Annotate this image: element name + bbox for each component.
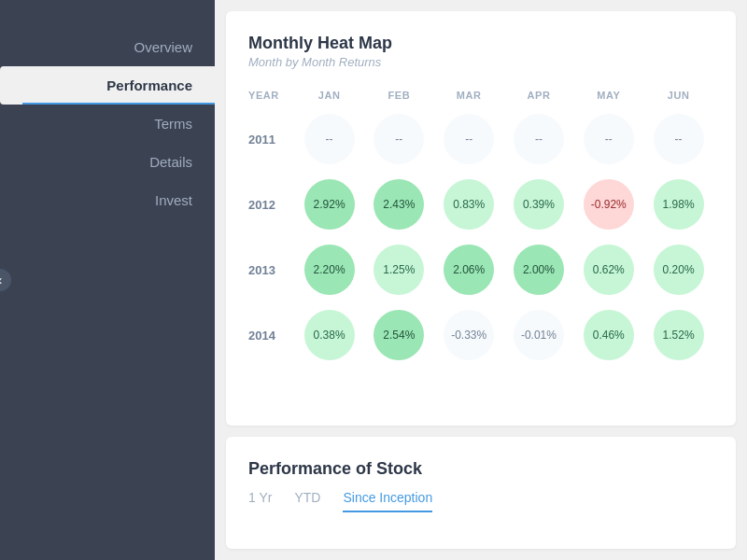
table-cell: 2.43% — [364, 172, 434, 237]
table-cell: -0.01% — [504, 302, 574, 368]
table-cell: -- — [364, 106, 434, 172]
heatmap-cell: 0.20% — [654, 245, 704, 295]
main-content: Monthly Heat Map Month by Month Returns … — [215, 0, 747, 560]
heatmap-cell: -- — [654, 114, 704, 164]
table-cell: 1.25% — [364, 237, 434, 302]
heatmap-cell: 0.83% — [444, 179, 494, 230]
table-cell: 2.20% — [294, 237, 364, 302]
tab-ytd[interactable]: YTD — [294, 490, 320, 512]
table-cell: 1.52% — [643, 302, 713, 368]
heatmap-title: Monthly Heat Map — [248, 34, 713, 53]
table-cell: -- — [434, 106, 504, 172]
tab-1yr[interactable]: 1 Yr — [248, 490, 272, 512]
stock-tabs: 1 Yr YTD Since Inception — [248, 490, 713, 512]
year-label: 2012 — [248, 172, 294, 237]
heatmap-card: Monthly Heat Map Month by Month Returns … — [226, 11, 736, 426]
col-header-feb: FEB — [364, 84, 434, 106]
table-cell: -- — [294, 106, 364, 172]
col-header-may: MAY — [573, 84, 643, 106]
table-cell: 0.46% — [573, 302, 643, 368]
heatmap-cell: 0.38% — [304, 310, 355, 360]
sidebar-toggle[interactable] — [0, 269, 11, 291]
table-cell: -- — [643, 106, 713, 172]
table-cell: 0.39% — [504, 172, 574, 237]
heatmap-cell: 2.54% — [374, 310, 424, 360]
heatmap-cell: -- — [584, 114, 634, 164]
col-header-mar: MAR — [434, 84, 504, 106]
sidebar-item-invest[interactable]: Invest — [0, 181, 215, 219]
heatmap-cell: 2.00% — [514, 245, 564, 295]
table-cell: 0.20% — [643, 237, 713, 302]
table-cell: -0.92% — [573, 172, 643, 237]
sidebar-item-overview[interactable]: Overview — [0, 28, 215, 66]
heatmap-cell: 0.46% — [584, 310, 634, 360]
heatmap-cell: 1.52% — [654, 310, 704, 360]
table-cell: 2.00% — [504, 237, 574, 302]
heatmap-cell: 0.62% — [584, 245, 634, 295]
table-cell: 0.83% — [434, 172, 504, 237]
table-row: 20132.20%1.25%2.06%2.00%0.62%0.20% — [248, 237, 713, 302]
sidebar-item-performance[interactable]: Performance — [0, 66, 215, 105]
stock-performance-card: Performance of Stock 1 Yr YTD Since Ince… — [226, 437, 736, 549]
sidebar: Overview Performance Terms Details Inves… — [0, 0, 215, 560]
heatmap-cell: -- — [304, 114, 355, 164]
heatmap-cell: 0.39% — [514, 179, 564, 230]
heatmap-cell: 2.06% — [444, 245, 494, 295]
heatmap-cell: -- — [374, 114, 424, 164]
heatmap-cell: -- — [514, 114, 564, 164]
table-cell: -0.33% — [434, 302, 504, 368]
heatmap-cell: -0.01% — [514, 310, 564, 360]
sidebar-item-terms[interactable]: Terms — [0, 105, 215, 143]
heatmap-cell: 1.98% — [654, 179, 704, 230]
tab-since-inception[interactable]: Since Inception — [343, 490, 432, 512]
col-header-apr: APR — [504, 84, 574, 106]
table-cell: 2.54% — [364, 302, 434, 368]
heatmap-cell: 2.43% — [374, 179, 424, 230]
sidebar-item-details[interactable]: Details — [0, 143, 215, 181]
col-header-jan: JAN — [294, 84, 364, 106]
year-label: 2013 — [248, 237, 294, 302]
table-row: 20122.92%2.43%0.83%0.39%-0.92%1.98% — [248, 172, 713, 237]
col-header-jun: JUN — [643, 84, 713, 106]
col-header-year: YEAR — [248, 84, 294, 106]
table-cell: -- — [504, 106, 574, 172]
table-cell: -- — [573, 106, 643, 172]
heatmap-cell: 2.92% — [304, 179, 355, 230]
heatmap-cell: -- — [444, 114, 494, 164]
heatmap-cell: -0.92% — [584, 179, 634, 230]
table-cell: 1.98% — [643, 172, 713, 237]
stock-title: Performance of Stock — [248, 459, 713, 479]
table-row: 20140.38%2.54%-0.33%-0.01%0.46%1.52% — [248, 302, 713, 368]
heatmap-cell: 1.25% — [374, 245, 424, 295]
heatmap-table: YEAR JAN FEB MAR APR MAY JUN 2011-------… — [248, 84, 713, 368]
table-cell: 2.06% — [434, 237, 504, 302]
table-row: 2011------------ — [248, 106, 713, 172]
heatmap-subtitle: Month by Month Returns — [248, 55, 713, 69]
year-label: 2014 — [248, 302, 294, 368]
sidebar-nav: Overview Performance Terms Details Inves… — [0, 28, 215, 219]
table-cell: 2.92% — [294, 172, 364, 237]
heatmap-cell: 2.20% — [304, 245, 355, 295]
heatmap-header-row: YEAR JAN FEB MAR APR MAY JUN — [248, 84, 713, 106]
heatmap-cell: -0.33% — [444, 310, 494, 360]
table-cell: 0.62% — [573, 237, 643, 302]
table-cell: 0.38% — [294, 302, 364, 368]
year-label: 2011 — [248, 106, 294, 172]
